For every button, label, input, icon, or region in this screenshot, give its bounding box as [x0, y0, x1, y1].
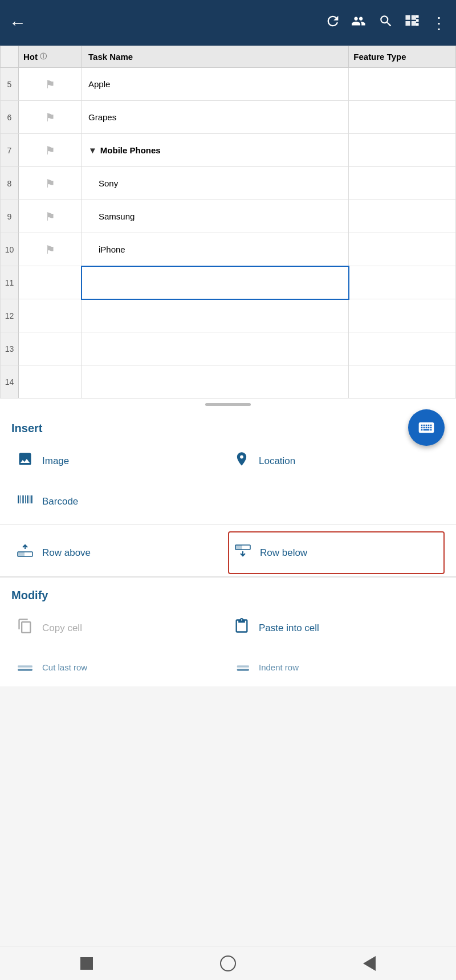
task-cell[interactable]: [82, 332, 349, 365]
feature-cell[interactable]: [349, 101, 456, 134]
row-insert-grid: Row above Row below: [0, 527, 456, 576]
bottom-navigation: [0, 946, 456, 980]
back-button[interactable]: ←: [9, 13, 26, 32]
table-row: 12: [1, 299, 456, 332]
hot-cell[interactable]: [19, 365, 82, 398]
insert-row-above-button[interactable]: Row above: [11, 529, 228, 576]
table-row: 9 ⚑ Samsung: [1, 200, 456, 233]
row-number: 9: [1, 200, 19, 233]
home-button[interactable]: [220, 955, 236, 971]
row-number: 5: [1, 68, 19, 101]
insert-barcode-button[interactable]: Barcode: [11, 481, 228, 522]
paste-icon: [233, 618, 251, 638]
feature-cell[interactable]: [349, 233, 456, 266]
table-row: 10 ⚑ iPhone: [1, 233, 456, 266]
task-cell[interactable]: Sony: [82, 167, 349, 200]
hot-info-icon[interactable]: ⓘ: [40, 52, 47, 62]
hot-cell[interactable]: ⚑: [19, 68, 82, 101]
insert-row-below-button[interactable]: Row below: [228, 531, 445, 574]
flag-icon: ⚑: [45, 111, 55, 124]
indent-icon: [233, 658, 251, 676]
svg-rect-2: [416, 23, 419, 26]
group-task-cell[interactable]: ▼Mobile Phones: [82, 134, 349, 167]
table-row: 6 ⚑ Grapes: [1, 101, 456, 134]
hot-cell[interactable]: [19, 266, 82, 299]
users-icon[interactable]: [351, 13, 368, 33]
more-icon[interactable]: ⋮: [431, 14, 447, 32]
paste-cell-button[interactable]: Paste into cell: [228, 608, 445, 648]
back-icon: [363, 956, 376, 971]
insert-image-button[interactable]: Image: [11, 441, 228, 481]
divider: [0, 524, 456, 524]
indent-row-label: Indent row: [259, 662, 299, 672]
app-header: ←: [0, 0, 456, 46]
insert-grid: Image Location: [0, 441, 456, 522]
task-cell[interactable]: iPhone: [82, 233, 349, 266]
table-row: 11: [1, 266, 456, 299]
cut-row-button[interactable]: Cut last row: [11, 648, 228, 686]
hot-cell[interactable]: [19, 299, 82, 332]
cut-icon: [16, 658, 34, 676]
row-number: 12: [1, 299, 19, 332]
hot-cell[interactable]: ⚑: [19, 233, 82, 266]
hot-cell[interactable]: [19, 332, 82, 365]
hot-column-header: Hot ⓘ: [19, 46, 82, 68]
hot-cell[interactable]: ⚑: [19, 200, 82, 233]
row-number: 14: [1, 365, 19, 398]
insert-section: Insert Image: [0, 410, 456, 576]
insert-row-below-label: Row below: [260, 547, 307, 559]
row-below-icon: [234, 543, 252, 563]
paste-cell-label: Paste into cell: [259, 623, 319, 634]
feature-cell[interactable]: [349, 266, 456, 299]
task-cell[interactable]: Grapes: [82, 101, 349, 134]
refresh-icon[interactable]: [325, 13, 341, 33]
copy-icon: [16, 618, 34, 638]
feature-cell[interactable]: [349, 299, 456, 332]
feature-cell[interactable]: [349, 365, 456, 398]
spreadsheet-table: Hot ⓘ Task Name Feature Type 5: [0, 46, 456, 398]
hot-cell[interactable]: ⚑: [19, 167, 82, 200]
feature-cell[interactable]: [349, 134, 456, 167]
hot-cell[interactable]: ⚑: [19, 134, 82, 167]
task-cell[interactable]: [82, 365, 349, 398]
back-button[interactable]: [363, 956, 376, 971]
task-cell[interactable]: Samsung: [82, 200, 349, 233]
feature-cell[interactable]: [349, 167, 456, 200]
insert-image-label: Image: [42, 456, 69, 467]
task-column-header: Task Name: [82, 46, 349, 68]
row-number: 8: [1, 167, 19, 200]
indent-row-button[interactable]: Indent row: [228, 648, 445, 686]
insert-location-button[interactable]: Location: [228, 441, 445, 481]
flag-icon: ⚑: [45, 243, 55, 257]
stop-button[interactable]: [80, 957, 93, 970]
insert-title: Insert: [0, 410, 456, 441]
search-icon[interactable]: [378, 14, 393, 32]
flag-icon: ⚑: [45, 144, 55, 157]
flag-icon: ⚑: [45, 210, 55, 223]
expand-icon: ▼: [88, 145, 97, 155]
task-cell[interactable]: [82, 299, 349, 332]
copy-cell-label: Copy cell: [42, 623, 82, 634]
flag-icon: ⚑: [45, 78, 55, 91]
hot-cell[interactable]: ⚑: [19, 101, 82, 134]
grid-icon[interactable]: [404, 13, 421, 33]
scroll-indicator: [0, 398, 456, 410]
bottom-panel: Insert Image: [0, 410, 456, 686]
svg-rect-0: [416, 15, 419, 18]
stop-icon: [80, 957, 93, 970]
feature-cell[interactable]: [349, 332, 456, 365]
keyboard-fab[interactable]: [408, 409, 445, 446]
svg-rect-9: [18, 665, 32, 668]
selected-task-cell[interactable]: [82, 266, 349, 299]
feature-cell[interactable]: [349, 200, 456, 233]
svg-rect-1: [416, 19, 419, 22]
copy-cell-button[interactable]: Copy cell: [11, 608, 228, 648]
home-icon: [220, 955, 236, 971]
svg-rect-11: [237, 665, 249, 668]
feature-cell[interactable]: [349, 68, 456, 101]
svg-rect-7: [235, 545, 242, 550]
barcode-icon: [16, 491, 34, 511]
task-cell[interactable]: Apple: [82, 68, 349, 101]
table-row: 14: [1, 365, 456, 398]
insert-barcode-label: Barcode: [42, 496, 78, 507]
